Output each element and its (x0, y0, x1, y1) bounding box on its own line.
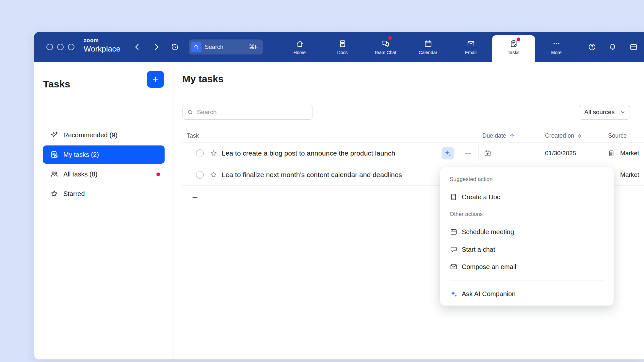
nav-calendar[interactable]: Calendar (407, 32, 449, 62)
plus-icon (151, 75, 160, 83)
nav-team-chat[interactable]: Team Chat (364, 32, 407, 62)
add-task-button[interactable] (147, 71, 164, 88)
global-search-label: Search (205, 44, 223, 51)
calendar-date-icon (629, 43, 638, 51)
nav-back-button[interactable] (132, 42, 142, 52)
notification-dot (156, 173, 160, 176)
bell-icon (608, 43, 617, 51)
tasks-search-input[interactable] (182, 105, 313, 120)
ai-sparkle-icon (444, 149, 452, 157)
notification-dot (388, 36, 392, 40)
menu-section-label: Suggested action (450, 175, 492, 183)
page-title: My tasks (182, 74, 224, 84)
suggested-actions-menu: Suggested action Create a Doc Other acti… (440, 167, 614, 306)
calendar-icon (424, 39, 432, 48)
more-dots-icon (552, 39, 561, 48)
star-icon[interactable] (210, 171, 217, 179)
email-icon (467, 39, 475, 48)
table-header: Task Due date Created on Source (182, 129, 644, 143)
primary-nav: Home Docs Team Chat Calendar Email (278, 32, 578, 62)
task-title[interactable]: Lea to finalize next month’s content cal… (222, 164, 402, 186)
menu-item-schedule-meeting[interactable]: Schedule meeting (443, 225, 611, 239)
window-control-dot[interactable] (57, 44, 64, 50)
task-complete-checkbox[interactable] (196, 171, 204, 179)
people-icon (50, 170, 58, 178)
source-doc-icon (608, 150, 615, 157)
add-due-date-icon[interactable] (484, 149, 491, 157)
history-clock-icon (171, 43, 179, 51)
app-window: zoom Workplace Search ⌘F Home D (34, 32, 644, 359)
nav-tasks[interactable]: Tasks (492, 35, 535, 62)
column-header-due-date[interactable]: Due date (482, 129, 515, 143)
menu-item-compose-email[interactable]: Compose an email (443, 260, 611, 274)
zoom-workplace-logo: zoom Workplace (84, 38, 121, 53)
sources-filter-dropdown[interactable]: All sources (579, 105, 630, 120)
menu-item-create-doc[interactable]: Create a Doc (443, 190, 611, 204)
notification-dot (517, 38, 520, 41)
search-shortcut: ⌘F (249, 43, 258, 51)
notifications-button[interactable] (607, 42, 618, 52)
menu-item-start-chat[interactable]: Start a chat (443, 242, 611, 257)
nav-docs[interactable]: Docs (321, 32, 364, 62)
help-icon (588, 43, 596, 51)
menu-item-ask-ai-companion[interactable]: Ask AI Companion (443, 287, 611, 301)
nav-home[interactable]: Home (278, 32, 321, 62)
ai-sparkle-icon (450, 290, 458, 298)
window-controls[interactable] (46, 44, 74, 50)
sidebar-title: Tasks (43, 79, 70, 89)
menu-divider (450, 280, 604, 280)
cell-divider (539, 145, 539, 161)
column-header-task[interactable]: Task (187, 129, 199, 143)
my-tasks-panel: My tasks All sources Task Due date Creat… (173, 62, 644, 359)
source-value[interactable]: Market (620, 164, 639, 186)
table-row[interactable]: Lea to create a blog post to announce th… (182, 143, 644, 164)
doc-icon (450, 193, 458, 201)
task-list-check-icon (50, 150, 58, 159)
created-on-value: 01/30/2025 (545, 143, 576, 164)
date-button[interactable] (628, 42, 639, 52)
menu-section-label: Other actions (450, 210, 483, 218)
chevron-right-icon (152, 42, 161, 52)
star-icon (50, 189, 58, 198)
calendar-icon (450, 228, 458, 236)
help-button[interactable] (587, 42, 597, 52)
ellipsis-icon (464, 150, 472, 157)
sort-ascending-icon[interactable] (509, 133, 515, 139)
row-more-button[interactable] (462, 147, 474, 159)
tasks-sidebar: Tasks Recommended (9) My tasks (2) All t… (34, 62, 173, 359)
nav-more[interactable]: More (535, 32, 578, 62)
tasks-icon (509, 39, 518, 48)
source-value[interactable]: Market (620, 143, 639, 164)
sort-toggle-icon[interactable] (577, 133, 583, 139)
search-icon-chip (191, 42, 201, 52)
add-row-button[interactable] (189, 191, 201, 203)
topbar: zoom Workplace Search ⌘F Home D (34, 32, 644, 62)
sparkle-icon (50, 131, 58, 139)
chat-bubble-icon (450, 246, 458, 253)
zoom-wordmark: zoom (84, 38, 121, 43)
task-complete-checkbox[interactable] (196, 149, 204, 157)
column-header-source[interactable]: Source (608, 129, 627, 143)
nav-email[interactable]: Email (449, 32, 492, 62)
team-chat-icon (381, 39, 390, 48)
nav-forward-button[interactable] (152, 42, 161, 52)
home-icon (296, 39, 304, 48)
email-icon (450, 263, 458, 271)
column-header-created-on[interactable]: Created on (545, 129, 583, 143)
sidebar-item-starred[interactable]: Starred (43, 185, 165, 203)
plus-icon (191, 193, 199, 201)
sidebar-item-my-tasks[interactable]: My tasks (2) (43, 145, 165, 164)
sidebar-item-recommended[interactable]: Recommended (9) (43, 126, 165, 144)
star-icon[interactable] (210, 149, 217, 157)
task-title[interactable]: Lea to create a blog post to announce th… (222, 143, 395, 164)
chevron-down-icon (620, 109, 626, 115)
global-search[interactable]: Search ⌘F (189, 39, 263, 54)
ai-companion-button[interactable] (442, 147, 454, 159)
window-control-dot[interactable] (46, 44, 53, 50)
cell-divider (604, 145, 604, 161)
sidebar-item-all-tasks[interactable]: All tasks (8) (43, 165, 165, 183)
docs-icon (338, 39, 347, 48)
window-control-dot[interactable] (68, 44, 74, 50)
history-button[interactable] (170, 42, 180, 52)
search-icon (193, 44, 199, 50)
